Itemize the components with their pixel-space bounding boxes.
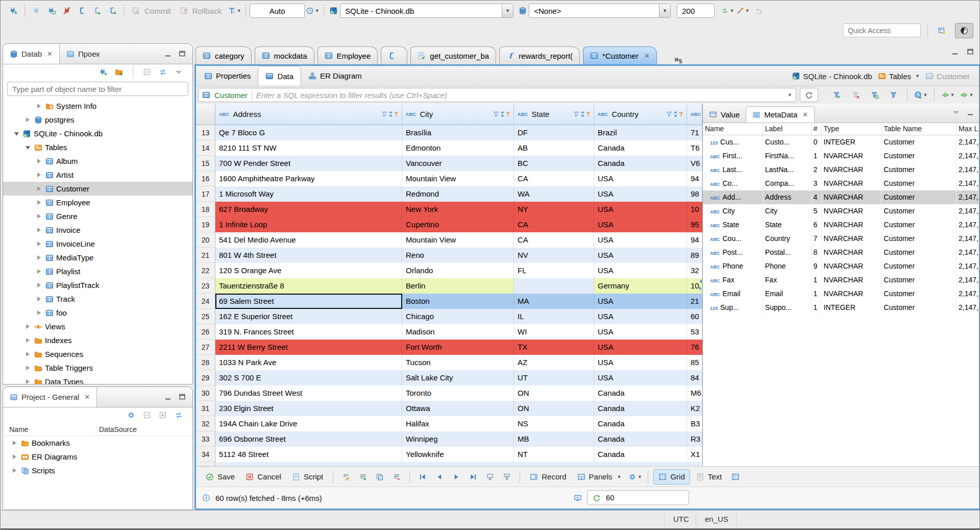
- record-mode-button[interactable]: Record: [525, 469, 571, 485]
- tree-item-album[interactable]: Album: [3, 154, 192, 168]
- meta-row-suppo-[interactable]: 123Sup... Suppo... 1 INTEGER Customer 2,…: [703, 301, 979, 315]
- column-header-datasource[interactable]: DataSource: [96, 425, 137, 433]
- tree-expander[interactable]: [23, 365, 32, 371]
- grid-cell[interactable]: T6: [687, 140, 702, 156]
- tree-expander[interactable]: [10, 454, 18, 460]
- tree-expander[interactable]: [35, 103, 43, 109]
- grid-cell[interactable]: 541 Del Medio Avenue: [215, 232, 402, 248]
- tree-expander[interactable]: [23, 145, 32, 150]
- row-number[interactable]: 19: [196, 217, 215, 232]
- grid-cell[interactable]: DF: [514, 125, 594, 140]
- meta-row-lastna-[interactable]: ABCLast... LastNa... 2 NVARCHAR Customer…: [703, 163, 979, 177]
- tree-item-foo[interactable]: foo: [3, 306, 192, 320]
- row-number[interactable]: 32: [196, 416, 215, 431]
- grid-cell[interactable]: USA: [594, 309, 687, 324]
- grid-cell[interactable]: USA: [594, 202, 687, 217]
- grid-cell[interactable]: 1 Microsoft Way: [215, 186, 402, 202]
- grid-cell[interactable]: Edmonton: [402, 140, 514, 156]
- rollback-button[interactable]: [176, 3, 191, 18]
- grid-cell[interactable]: Germany: [594, 278, 687, 294]
- grid-cell[interactable]: ON: [514, 401, 594, 416]
- close-icon[interactable]: ✕: [84, 393, 90, 401]
- grid-cell[interactable]: V6: [687, 156, 702, 171]
- tree-item-customer[interactable]: Customer: [3, 182, 192, 196]
- grid-cell[interactable]: USA: [594, 294, 687, 309]
- grid-cell[interactable]: 162 E Superior Street: [215, 309, 402, 324]
- value-view-button[interactable]: [728, 469, 743, 485]
- tree-expander[interactable]: [23, 351, 32, 357]
- export-monitor-icon[interactable]: [574, 494, 582, 502]
- grid-cell[interactable]: Qe 7 Bloco G: [215, 125, 402, 140]
- meta-row-custo-[interactable]: 123Cus... Custo... 0 INTEGER Customer 2,…: [703, 135, 979, 149]
- meta-column-name[interactable]: Name: [703, 123, 763, 135]
- row-number[interactable]: 15: [196, 156, 215, 171]
- grid-cell[interactable]: USA: [594, 263, 687, 278]
- transaction-log-button[interactable]: ▼: [305, 3, 320, 18]
- meta-column-label[interactable]: Label: [763, 123, 812, 135]
- minimize-icon[interactable]: [164, 50, 172, 58]
- grid-cell[interactable]: NY: [514, 202, 594, 217]
- sql-editor-button[interactable]: [75, 3, 90, 18]
- reconnect-button[interactable]: [44, 3, 59, 18]
- row-number[interactable]: 16: [196, 171, 215, 186]
- tree-expander[interactable]: [35, 310, 43, 316]
- grid-mode-button[interactable]: Grid: [653, 469, 690, 485]
- grid-cell[interactable]: MB: [514, 431, 594, 447]
- fetch-all-rows-button[interactable]: [499, 469, 514, 485]
- grid-cell[interactable]: Madison: [402, 324, 514, 340]
- open-sql-console-button[interactable]: [90, 3, 105, 18]
- panel-tab-value[interactable]: Value: [703, 106, 746, 123]
- filter-funnel-icon[interactable]: [573, 111, 580, 117]
- text-mode-button[interactable]: Text: [692, 469, 727, 485]
- column-header-address[interactable]: ABC Address ?: [215, 104, 402, 125]
- minimize-icon[interactable]: [164, 393, 172, 401]
- row-number[interactable]: 25: [196, 309, 215, 324]
- tree-expander[interactable]: [12, 131, 20, 136]
- sort-arrows-icon[interactable]: [580, 111, 585, 117]
- next-result-button[interactable]: ▼: [959, 87, 974, 103]
- tree-expander[interactable]: [35, 158, 43, 164]
- grid-cell[interactable]: 85: [687, 355, 702, 370]
- grid-cell[interactable]: FL: [514, 263, 594, 278]
- row-number[interactable]: 18: [196, 202, 215, 217]
- grid-cell[interactable]: Brasília: [402, 125, 514, 140]
- grid-cell[interactable]: 94: [687, 232, 702, 248]
- grid-cell[interactable]: USA: [594, 232, 687, 248]
- tree-item-playlisttrack[interactable]: PlaylistTrack: [3, 278, 192, 292]
- transaction-mode-button[interactable]: ▼: [227, 3, 242, 18]
- row-number[interactable]: 29: [196, 370, 215, 386]
- schema-select-combo[interactable]: <None>▼: [529, 4, 671, 18]
- grid-cell[interactable]: 71: [687, 125, 702, 140]
- grid-cell[interactable]: [514, 278, 594, 294]
- meta-row-postal-[interactable]: ABCPost... Postal... 8 NVARCHAR Customer…: [703, 246, 979, 259]
- panels-button[interactable]: Panels▼: [573, 469, 626, 485]
- row-number[interactable]: 21: [196, 248, 215, 263]
- project-item-bookmarks[interactable]: Bookmarks: [3, 436, 192, 450]
- row-number[interactable]: 30: [196, 386, 215, 401]
- cancel-button[interactable]: Cancel: [241, 469, 286, 485]
- grid-cell[interactable]: 8210 111 ST NW: [215, 140, 402, 156]
- grid-cell[interactable]: 89: [687, 248, 702, 263]
- grid-cell[interactable]: USA: [594, 355, 687, 370]
- tree-expander[interactable]: [10, 440, 18, 446]
- grid-cell[interactable]: AZ: [514, 355, 594, 370]
- row-number[interactable]: 28: [196, 355, 215, 370]
- tree-expander[interactable]: [23, 379, 32, 384]
- script-button[interactable]: Script: [287, 469, 328, 485]
- grid-cell[interactable]: 84: [687, 370, 702, 386]
- grid-cell[interactable]: Redmond: [402, 186, 514, 202]
- new-folder-button[interactable]: [113, 66, 125, 78]
- grid-cell[interactable]: 700 W Pender Street: [215, 156, 402, 171]
- grid-cell[interactable]: Fort Worth: [402, 340, 514, 355]
- custom-filter-button[interactable]: [886, 87, 901, 103]
- sort-arrows-icon[interactable]: [500, 111, 505, 117]
- grid-cell[interactable]: Canada: [594, 416, 687, 431]
- grid-cell[interactable]: Vancouver: [402, 156, 514, 171]
- meta-row-city[interactable]: ABCCity City 5 NVARCHAR Customer 2,147,4…: [703, 204, 979, 218]
- grid-cell[interactable]: Tauentzienstraße 8: [215, 278, 402, 294]
- row-number[interactable]: 34: [196, 447, 215, 462]
- tree-item-employee[interactable]: Employee: [3, 196, 192, 209]
- fetch-size-input[interactable]: [677, 4, 715, 18]
- column-header-postal[interactable]: ABC: [687, 104, 702, 125]
- duplicate-row-button[interactable]: [372, 469, 387, 485]
